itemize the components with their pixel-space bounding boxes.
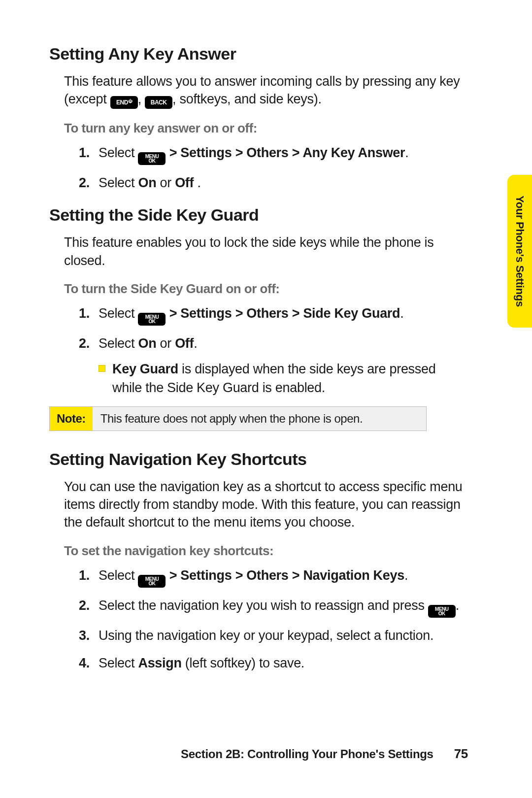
subhead-side-key: To turn the Side Key Guard on or off: [64, 281, 463, 297]
menu-key-icon: MENUOK [138, 575, 166, 588]
heading-nav-shortcuts: Setting Navigation Key Shortcuts [49, 450, 473, 469]
side-tab-label: Your Phone's Settings [513, 196, 526, 307]
manual-page: Your Phone's Settings Setting Any Key An… [0, 0, 532, 798]
step: 4.Select Assign (left softkey) to save. [79, 654, 463, 673]
step: 2.Select On or Off. [79, 334, 463, 353]
step: 2.Select the navigation key you wish to … [79, 597, 463, 618]
end-key-icon: END⏻ [110, 96, 138, 109]
step: 1.Select MENUOK > Settings > Others > Si… [79, 304, 463, 326]
bullet-item: Key Guard is displayed when the side key… [99, 360, 463, 398]
heading-any-key-answer: Setting Any Key Answer [49, 44, 473, 64]
menu-key-icon: MENUOK [138, 152, 166, 165]
page-footer: Section 2B: Controlling Your Phone's Set… [181, 746, 468, 762]
page-number: 75 [454, 746, 468, 762]
step: 1.Select MENUOK > Settings > Others > An… [79, 144, 463, 165]
footer-text: Section 2B: Controlling Your Phone's Set… [181, 747, 433, 761]
back-key-icon: BACK [145, 96, 172, 109]
step: 3.Using the navigation key or your keypa… [79, 627, 463, 645]
subhead-any-key: To turn any key answer on or off: [64, 121, 463, 136]
steps-nav: 1.Select MENUOK > Settings > Others > Na… [64, 566, 463, 673]
steps-side-key: 1.Select MENUOK > Settings > Others > Si… [64, 304, 463, 353]
menu-key-icon: MENUOK [138, 313, 166, 326]
heading-side-key-guard: Setting the Side Key Guard [49, 205, 473, 225]
bullet-list: Key Guard is displayed when the side key… [64, 360, 463, 398]
bullet-icon [99, 365, 105, 372]
intro-side-key: This feature enables you to lock the sid… [64, 233, 463, 269]
step: 2.Select On or Off . [79, 174, 463, 193]
intro-nav: You can use the navigation key as a shor… [64, 478, 463, 532]
note-text: This feature does not apply when the pho… [93, 407, 426, 431]
menu-key-icon: MENUOK [428, 605, 456, 618]
intro-any-key: This feature allows you to answer incomi… [64, 72, 463, 109]
steps-any-key: 1.Select MENUOK > Settings > Others > An… [64, 144, 463, 193]
note-label: Note: [50, 407, 93, 431]
note-box: Note: This feature does not apply when t… [49, 406, 427, 431]
step: 1.Select MENUOK > Settings > Others > Na… [79, 566, 463, 588]
side-tab: Your Phone's Settings [507, 175, 532, 328]
subhead-nav: To set the navigation key shortcuts: [64, 543, 463, 559]
